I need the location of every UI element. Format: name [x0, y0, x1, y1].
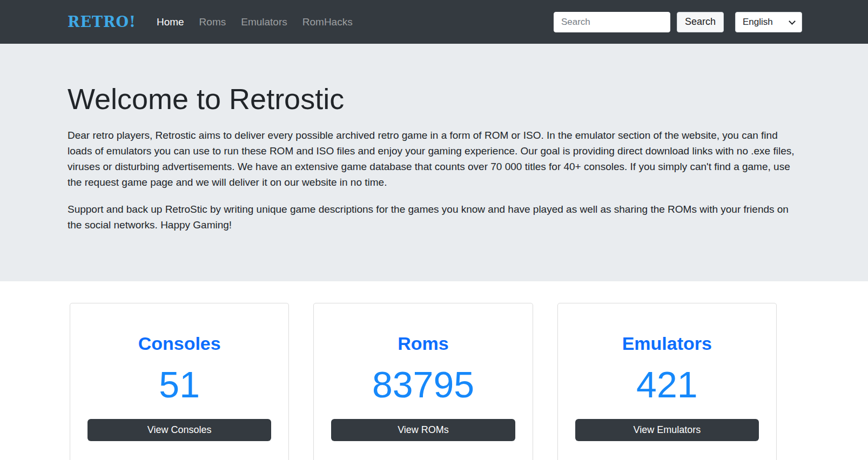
roms-card: Roms 83795 View ROMs	[313, 303, 533, 460]
page-title: Welcome to Retrostic	[68, 82, 800, 117]
consoles-card: Consoles 51 View Consoles	[70, 303, 289, 460]
language-select[interactable]: English	[735, 12, 802, 32]
roms-card-title: Roms	[331, 333, 515, 355]
brand-logo[interactable]: RETRO!	[68, 13, 136, 30]
roms-count: 83795	[331, 364, 515, 405]
emulators-card-title: Emulators	[575, 333, 759, 355]
view-emulators-button[interactable]: View Emulators	[575, 419, 759, 441]
language-select-wrap: English	[735, 12, 802, 32]
intro-paragraph: Dear retro players, Retrostic aims to de…	[68, 127, 797, 190]
view-consoles-button[interactable]: View Consoles	[88, 419, 271, 441]
search-button[interactable]: Search	[677, 12, 724, 32]
view-roms-button[interactable]: View ROMs	[331, 419, 515, 441]
search-input[interactable]	[554, 12, 670, 32]
stats-cards-row: Consoles 51 View Consoles Roms 83795 Vie…	[70, 303, 777, 460]
consoles-card-title: Consoles	[88, 333, 271, 355]
emulators-card: Emulators 421 View Emulators	[557, 303, 777, 460]
top-navbar: RETRO! Home Roms Emulators RomHacks Sear…	[0, 0, 868, 44]
welcome-jumbotron: Welcome to Retrostic Dear retro players,…	[0, 44, 868, 281]
nav-item-home[interactable]: Home	[151, 12, 190, 32]
nav-item-romhacks[interactable]: RomHacks	[297, 12, 358, 32]
nav-item-emulators[interactable]: Emulators	[235, 12, 293, 32]
support-paragraph: Support and back up RetroStic by writing…	[68, 201, 797, 233]
navbar-right-group: Search English	[554, 12, 802, 32]
main-nav: Home Roms Emulators RomHacks	[151, 12, 554, 32]
consoles-count: 51	[88, 364, 271, 405]
emulators-count: 421	[575, 364, 759, 405]
nav-item-roms[interactable]: Roms	[194, 12, 232, 32]
